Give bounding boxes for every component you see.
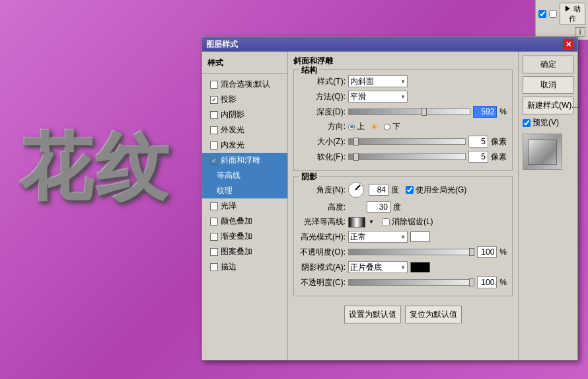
- global-light-check[interactable]: 使用全局光(G): [406, 185, 466, 196]
- angle-dial[interactable]: [348, 182, 364, 198]
- radio-down[interactable]: [384, 124, 390, 130]
- color-overlay-checkbox[interactable]: [210, 218, 218, 226]
- dialog-body: 样式 混合选项:默认 投影 内阴影 外发光: [202, 52, 577, 360]
- depth-thumb[interactable]: [422, 108, 427, 116]
- size-input[interactable]: [468, 136, 488, 147]
- sidebar-item-drop-shadow[interactable]: 投影: [202, 92, 287, 107]
- shadow-mode-dropdown[interactable]: 正片叠底 ▼: [348, 261, 408, 273]
- anti-alias-label: 消除锯齿(L): [392, 216, 433, 228]
- gradient-overlay-checkbox[interactable]: [210, 233, 218, 241]
- gloss-dropdown-arrow[interactable]: ▼: [369, 219, 374, 225]
- soften-row: 软化(F): 像素: [299, 151, 507, 163]
- dialog-close-button[interactable]: ✕: [563, 39, 573, 50]
- shadow-color-swatch[interactable]: [410, 262, 430, 273]
- drop-shadow-label: 投影: [221, 94, 237, 105]
- sidebar-item-blend-options[interactable]: 混合选项:默认: [202, 77, 287, 92]
- top-right-row: ▶ 动作: [538, 3, 585, 25]
- sidebar-item-inner-glow[interactable]: 内发光: [202, 138, 287, 153]
- shadow-opacity-thumb[interactable]: [469, 278, 474, 286]
- highlight-opacity-slider[interactable]: [348, 249, 474, 255]
- sidebar-item-pattern-overlay[interactable]: 图案叠加: [202, 244, 287, 259]
- anti-alias-checkbox[interactable]: [382, 218, 390, 226]
- soften-input[interactable]: [468, 151, 488, 163]
- sidebar-item-stroke[interactable]: 描边: [202, 259, 287, 274]
- size-unit: 像素: [491, 136, 507, 147]
- altitude-input[interactable]: [367, 201, 390, 213]
- radio-up[interactable]: [348, 124, 355, 130]
- shadow-opacity-slider[interactable]: [348, 279, 474, 286]
- shadow-mode-arrow: ▼: [400, 265, 406, 271]
- top-checkbox2[interactable]: [549, 10, 557, 18]
- sidebar-item-gradient-overlay[interactable]: 渐变叠加: [202, 229, 287, 244]
- depth-unit: %: [499, 107, 507, 116]
- global-light-checkbox[interactable]: [406, 186, 414, 194]
- inner-shadow-checkbox[interactable]: [210, 111, 218, 119]
- angle-row: 角度(N): 度 使用全局光(G): [299, 182, 507, 198]
- altitude-label: 高度:: [299, 202, 346, 213]
- direction-down[interactable]: 下: [384, 121, 400, 132]
- canvas-text: 花纹: [20, 119, 172, 218]
- gloss-swatch[interactable]: [348, 217, 365, 228]
- method-value: 平滑: [350, 91, 366, 103]
- anti-alias-check[interactable]: 消除锯齿(L): [382, 216, 433, 228]
- stroke-checkbox[interactable]: [210, 263, 218, 271]
- sun-icon: ☀: [370, 122, 379, 132]
- sidebar-item-color-overlay[interactable]: 颜色叠加: [202, 214, 287, 229]
- depth-input[interactable]: [473, 106, 497, 118]
- size-slider[interactable]: [348, 138, 466, 145]
- stroke-label: 描边: [221, 261, 237, 273]
- highlight-mode-dropdown[interactable]: 正常 ▼: [348, 231, 408, 243]
- method-dropdown[interactable]: 平滑 ▼: [348, 91, 408, 103]
- texture-label: 纹理: [217, 185, 233, 196]
- sidebar-item-gloss[interactable]: 光泽: [202, 198, 287, 214]
- shadow-mode-row: 阴影模式(A): 正片叠底 ▼: [299, 261, 507, 273]
- cancel-button[interactable]: 取消: [523, 76, 573, 94]
- bevel-emboss-checkbox[interactable]: [210, 157, 218, 165]
- set-default-button[interactable]: 设置为默认值: [344, 306, 401, 323]
- inner-glow-checkbox[interactable]: [210, 142, 218, 149]
- blend-checkbox[interactable]: [210, 81, 218, 89]
- sidebar-item-texture[interactable]: 纹理: [202, 183, 287, 198]
- info-icon[interactable]: i: [575, 27, 585, 37]
- animate-button[interactable]: ▶ 动作: [560, 3, 585, 25]
- ok-button[interactable]: 确定: [523, 56, 573, 73]
- pattern-overlay-checkbox[interactable]: [210, 248, 218, 256]
- depth-slider[interactable]: [348, 108, 470, 115]
- new-style-button[interactable]: 新建样式(W)...: [523, 97, 573, 114]
- top-checkbox1[interactable]: [538, 10, 546, 18]
- preview-checkbox[interactable]: [523, 119, 531, 127]
- layer-style-dialog: 图层样式 ✕ 样式 混合选项:默认 投影 内阴影: [202, 36, 578, 360]
- highlight-mode-label: 高光模式(H):: [299, 232, 346, 243]
- style-value: 内斜面: [350, 76, 374, 87]
- sidebar-item-bevel-emboss[interactable]: 斜面和浮雕: [202, 153, 287, 168]
- color-overlay-label: 颜色叠加: [221, 216, 252, 227]
- sidebar-item-contour[interactable]: 等高线: [202, 168, 287, 183]
- soften-label: 软化(F):: [299, 151, 346, 163]
- soften-slider[interactable]: [348, 153, 466, 160]
- style-label: 样式(T):: [299, 76, 346, 87]
- direction-up[interactable]: 上: [348, 121, 365, 132]
- shadow-opacity-unit: %: [499, 278, 507, 287]
- highlight-mode-row: 高光模式(H): 正常 ▼: [299, 231, 507, 243]
- inner-shadow-label: 内阴影: [221, 109, 244, 120]
- drop-shadow-checkbox[interactable]: [210, 96, 218, 104]
- reset-default-button[interactable]: 复位为默认值: [405, 306, 462, 323]
- shadow-opacity-input[interactable]: [477, 276, 497, 288]
- gloss-checkbox[interactable]: [210, 202, 218, 210]
- direction-row: 方向: 上 ☀ 下: [299, 121, 507, 132]
- angle-input[interactable]: [369, 184, 388, 196]
- outer-glow-checkbox[interactable]: [210, 126, 218, 134]
- size-thumb[interactable]: [353, 138, 359, 146]
- sidebar-item-outer-glow[interactable]: 外发光: [202, 122, 287, 138]
- highlight-opacity-input[interactable]: [477, 246, 497, 258]
- style-dropdown[interactable]: 内斜面 ▼: [348, 75, 408, 87]
- highlight-color-swatch[interactable]: [410, 232, 430, 242]
- highlight-opacity-thumb[interactable]: [469, 248, 474, 256]
- dialog-title: 图层样式: [206, 39, 238, 50]
- soften-thumb[interactable]: [353, 153, 359, 161]
- sidebar-item-inner-shadow[interactable]: 内阴影: [202, 107, 287, 122]
- bevel-emboss-label: 斜面和浮雕: [221, 155, 260, 166]
- shadow-title: 阴影: [299, 171, 319, 183]
- section-title: 斜面和浮雕: [293, 56, 513, 67]
- highlight-mode-value: 正常: [350, 232, 366, 243]
